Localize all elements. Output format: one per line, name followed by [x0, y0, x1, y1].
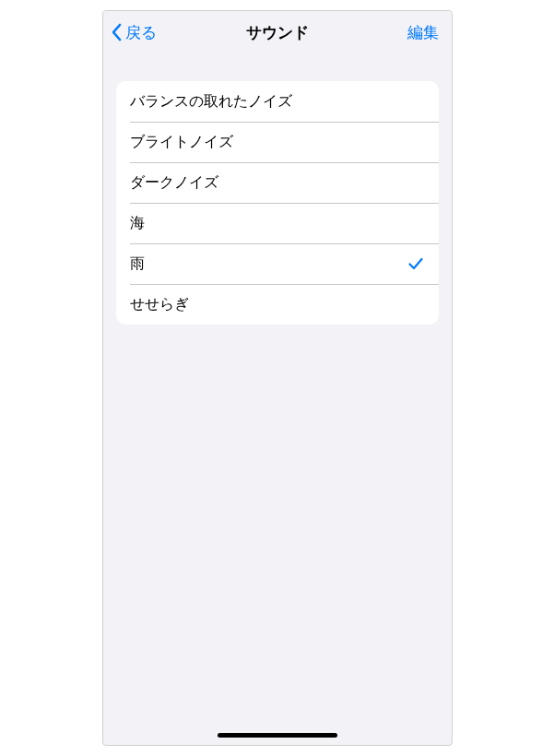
sound-option-rain[interactable]: 雨 [116, 243, 439, 284]
content-area: バランスの取れたノイズ ブライトノイズ ダークノイズ 海 雨 せ [103, 53, 452, 325]
list-item-label: ダークノイズ [130, 173, 218, 193]
chevron-back-icon [111, 22, 123, 42]
list-item-label: 雨 [130, 254, 145, 274]
home-indicator[interactable] [218, 733, 337, 738]
list-item-label: せせらぎ [130, 295, 189, 314]
sound-list: バランスの取れたノイズ ブライトノイズ ダークノイズ 海 雨 せ [116, 81, 439, 325]
list-item-label: バランスの取れたノイズ [130, 92, 292, 112]
list-item-label: ブライトノイズ [130, 133, 233, 152]
sound-option-balanced-noise[interactable]: バランスの取れたノイズ [116, 81, 439, 122]
checkmark-icon [407, 254, 425, 273]
phone-frame: 戻る サウンド 編集 バランスの取れたノイズ ブライトノイズ ダークノイズ 海 … [102, 10, 453, 746]
sound-option-dark-noise[interactable]: ダークノイズ [116, 162, 439, 203]
sound-option-ocean[interactable]: 海 [116, 203, 439, 243]
list-item-label: 海 [130, 214, 145, 233]
page-title: サウンド [246, 22, 309, 43]
back-label: 戻る [125, 22, 157, 43]
back-button[interactable]: 戻る [107, 18, 160, 47]
nav-bar: 戻る サウンド 編集 [103, 11, 452, 53]
sound-option-stream[interactable]: せせらぎ [116, 284, 439, 325]
sound-option-bright-noise[interactable]: ブライトノイズ [116, 122, 439, 162]
edit-button[interactable]: 編集 [402, 18, 444, 47]
